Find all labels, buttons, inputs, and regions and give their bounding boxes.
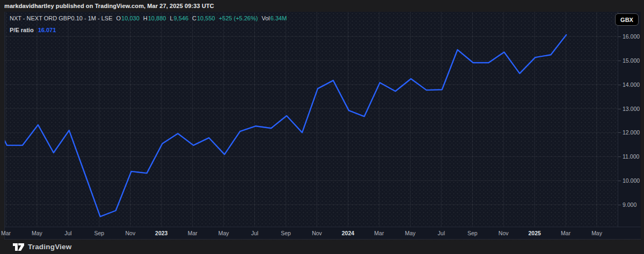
time-axis-month-label: May: [218, 227, 229, 239]
price-axis-label: 10.000: [623, 177, 640, 184]
time-axis[interactable]: MarMayJulSepNov2023MarMayJulSepNov2024Ma…: [5, 227, 641, 240]
low-value: L9,546: [170, 15, 188, 21]
time-axis-month-label: Nov: [499, 227, 509, 239]
price-axis-tick: [618, 205, 621, 205]
price-axis-label: 12.000: [623, 129, 640, 136]
publish-info: markdavidhartley published on TradingVie…: [4, 3, 214, 9]
price-axis-tick: [618, 85, 621, 85]
footer-bar: TradingView: [0, 240, 644, 254]
time-axis-year-label: 2023: [155, 227, 167, 239]
volume-value: Vol6.34M: [261, 15, 287, 21]
time-axis-year-label: 2025: [528, 227, 540, 239]
price-axis[interactable]: 16.00015.00014.00013.00012.00011.00010.0…: [618, 12, 641, 227]
price-axis-label: 14.000: [623, 81, 640, 88]
time-axis-month-label: Mar: [1, 227, 11, 239]
change-value: +525 (+5.26%): [219, 15, 258, 21]
time-axis-month-label: May: [591, 227, 602, 239]
tradingview-logo-icon[interactable]: [13, 243, 24, 251]
price-axis-label: 16.000: [623, 33, 640, 40]
symbol-legend: NXT - NEXT ORD GBP0.10 - 1M - LSE O10,03…: [10, 15, 287, 21]
chart-pane[interactable]: [5, 12, 618, 227]
time-axis-month-label: Sep: [467, 227, 478, 239]
price-axis-tick: [618, 156, 621, 157]
price-axis-label: 9.000: [623, 201, 636, 208]
time-axis-month-label: Mar: [374, 227, 384, 239]
price-axis-tick: [618, 36, 621, 37]
time-axis-month-label: Nov: [125, 227, 135, 239]
tradingview-snapshot: markdavidhartley published on TradingVie…: [0, 0, 644, 254]
price-axis-tick: [618, 109, 621, 109]
time-axis-month-label: May: [405, 227, 415, 239]
time-axis-month-label: Mar: [561, 227, 570, 239]
publish-bar: markdavidhartley published on TradingVie…: [0, 0, 644, 12]
indicator-label[interactable]: P/E ratio: [10, 27, 34, 33]
price-axis-tick: [618, 181, 621, 181]
symbol-title[interactable]: NXT - NEXT ORD GBP0.10 - 1M - LSE: [10, 15, 113, 21]
price-axis-label: 15.000: [623, 57, 640, 64]
currency-unit-button[interactable]: GBX: [615, 13, 639, 26]
time-axis-year-label: 2024: [342, 227, 354, 239]
pe-ratio-line-series: [5, 12, 618, 227]
time-axis-month-label: Jul: [438, 227, 445, 239]
time-axis-month-label: May: [32, 227, 42, 239]
price-axis-label: 11.000: [623, 153, 639, 160]
indicator-value: 16.071: [38, 27, 56, 33]
indicator-legend: P/E ratio 16.071: [10, 27, 56, 33]
tradingview-brand-text[interactable]: TradingView: [28, 243, 71, 251]
chart-card: NXT - NEXT ORD GBP0.10 - 1M - LSE O10,03…: [4, 12, 640, 240]
time-axis-month-label: Nov: [312, 227, 322, 239]
close-value: C10,550: [192, 15, 215, 21]
time-axis-month-label: Jul: [251, 227, 258, 239]
time-axis-month-label: Sep: [281, 227, 291, 239]
time-axis-month-label: Jul: [64, 227, 71, 239]
price-axis-tick: [618, 132, 621, 133]
open-value: O10,030: [116, 15, 140, 21]
price-axis-label: 13.000: [623, 106, 640, 112]
price-axis-tick: [618, 61, 621, 61]
time-axis-month-label: Sep: [94, 227, 105, 239]
high-value: H10,880: [143, 15, 166, 21]
time-axis-month-label: Mar: [188, 227, 197, 239]
